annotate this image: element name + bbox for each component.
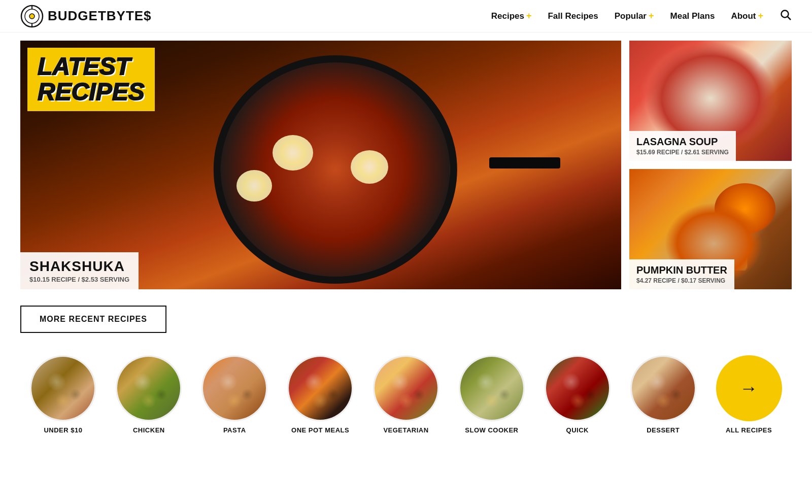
onepot-circle: [287, 355, 353, 421]
category-quick[interactable]: QUICK: [534, 355, 620, 434]
nav-popular[interactable]: Popular +: [615, 11, 654, 21]
lasagna-soup-card[interactable]: LASAGNA SOUP $15.69 RECIPE / $2.61 SERVI…: [629, 41, 792, 161]
main-recipe-card[interactable]: LATEST RECIPES SHAKSHUKA $10.15 RECIPE /…: [20, 41, 621, 289]
svg-point-2: [29, 14, 35, 19]
search-icon: [780, 9, 792, 21]
lasagna-soup-price: $15.69 RECIPE / $2.61 SERVING: [636, 149, 729, 156]
latest-badge-text: LATEST RECIPES: [38, 54, 145, 105]
category-onepot[interactable]: ONE POT MEALS: [278, 355, 363, 434]
about-plus-icon: +: [758, 11, 763, 21]
search-button[interactable]: [780, 9, 792, 24]
nav-meal-plans[interactable]: Meal Plans: [670, 11, 715, 21]
category-all-recipes[interactable]: → ALL RECIPES: [706, 355, 792, 434]
side-recipes: LASAGNA SOUP $15.69 RECIPE / $2.61 SERVI…: [629, 41, 792, 289]
quick-label: QUICK: [566, 426, 589, 434]
pumpkin-butter-title: PUMPKIN BUTTER: [636, 264, 727, 276]
chicken-label: CHICKEN: [133, 426, 165, 434]
more-recent-recipes-button[interactable]: MORE RECENT RECIPES: [20, 306, 166, 333]
pumpkin-butter-caption: PUMPKIN BUTTER $4.27 RECIPE / $0.17 SERV…: [629, 259, 734, 289]
under10-label: UNDER $10: [44, 426, 82, 434]
category-chicken[interactable]: CHICKEN: [106, 355, 192, 434]
category-under10[interactable]: UNDER $10: [20, 355, 106, 434]
category-vegetarian[interactable]: VEGETARIAN: [363, 355, 449, 434]
main-recipe-title: SHAKSHUKA: [29, 258, 129, 275]
category-pasta[interactable]: PASTA: [192, 355, 278, 434]
pasta-label: PASTA: [223, 426, 246, 434]
nav-about[interactable]: About +: [731, 11, 763, 21]
popular-plus-icon: +: [649, 11, 654, 21]
more-btn-section: MORE RECENT RECIPES: [20, 306, 792, 333]
vegetarian-circle: [373, 355, 439, 421]
pasta-circle: [201, 355, 267, 421]
all-recipes-circle: →: [716, 355, 782, 421]
quick-circle: [545, 355, 611, 421]
logo[interactable]: BUDGETBYTE$: [20, 5, 152, 28]
nav-fall-recipes[interactable]: Fall Recipes: [548, 11, 598, 21]
latest-badge: LATEST RECIPES: [27, 48, 155, 111]
hero-section: LATEST RECIPES SHAKSHUKA $10.15 RECIPE /…: [20, 41, 792, 289]
logo-icon: [20, 5, 44, 28]
logo-text: BUDGETBYTE$: [48, 8, 152, 24]
dessert-circle: [630, 355, 696, 421]
pumpkin-butter-price: $4.27 RECIPE / $0.17 SERVING: [636, 277, 727, 284]
vegetarian-label: VEGETARIAN: [383, 426, 428, 434]
dessert-label: DESSERT: [647, 426, 680, 434]
main-nav: Recipes + Fall Recipes Popular + Meal Pl…: [491, 9, 792, 24]
pumpkin-butter-card[interactable]: PUMPKIN BUTTER $4.27 RECIPE / $0.17 SERV…: [629, 169, 792, 289]
onepot-label: ONE POT MEALS: [291, 426, 349, 434]
recipes-plus-icon: +: [526, 11, 532, 21]
main-recipe-price: $10.15 RECIPE / $2.53 SERVING: [29, 276, 129, 283]
main-recipe-caption: SHAKSHUKA $10.15 RECIPE / $2.53 SERVING: [20, 252, 139, 289]
category-slowcooker[interactable]: SLOW COOKER: [449, 355, 534, 434]
arrow-icon: →: [740, 378, 758, 399]
svg-line-6: [788, 17, 791, 20]
nav-recipes[interactable]: Recipes +: [491, 11, 532, 21]
lasagna-soup-caption: LASAGNA SOUP $15.69 RECIPE / $2.61 SERVI…: [629, 131, 736, 161]
main-content: LATEST RECIPES SHAKSHUKA $10.15 RECIPE /…: [0, 41, 812, 454]
svg-point-5: [782, 10, 789, 17]
categories-section: UNDER $10 CHICKEN PASTA ONE POT MEALS: [20, 355, 792, 434]
site-header: BUDGETBYTE$ Recipes + Fall Recipes Popul…: [0, 0, 812, 32]
category-dessert[interactable]: DESSERT: [620, 355, 706, 434]
slowcooker-label: SLOW COOKER: [465, 426, 518, 434]
under10-circle: [30, 355, 96, 421]
chicken-circle: [116, 355, 182, 421]
all-recipes-label: ALL RECIPES: [726, 426, 772, 434]
slowcooker-circle: [459, 355, 525, 421]
lasagna-soup-title: LASAGNA SOUP: [636, 136, 729, 148]
